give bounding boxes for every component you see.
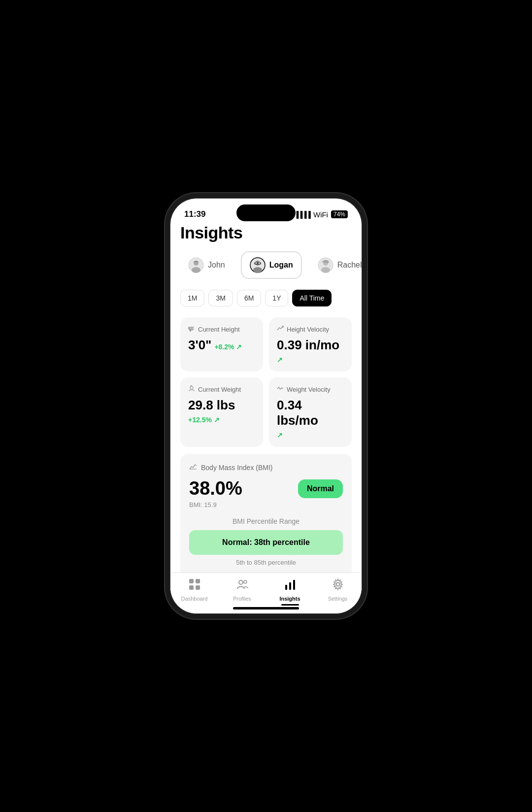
- profile-john-label: John: [208, 261, 225, 270]
- metrics-grid: Current Height 3'0" +8.2% ↗: [180, 317, 352, 447]
- height-value: 3'0" +8.2% ↗: [188, 338, 255, 353]
- normal-badge: Normal: [298, 479, 343, 498]
- percentile-title: BMI Percentile Range: [189, 517, 343, 525]
- filter-all-time[interactable]: All Time: [292, 290, 332, 306]
- svg-point-5: [253, 267, 262, 273]
- signal-icon: ▐▐▐▐: [294, 211, 310, 218]
- battery-icon: 74%: [331, 210, 348, 218]
- svg-point-11: [321, 267, 330, 273]
- tab-settings[interactable]: Settings: [323, 578, 353, 602]
- height-velocity-value: 0.39 in/mo ↗: [277, 338, 344, 364]
- weight-velocity-arrow: ↗: [277, 431, 283, 439]
- svg-rect-27: [289, 582, 291, 590]
- height-velocity-label: Height Velocity: [277, 325, 344, 334]
- home-indicator: [233, 607, 299, 609]
- insights-icon: [284, 578, 297, 594]
- phone-shell: 11:39 ▐▐▐▐ WiFi 74% Insights: [170, 198, 362, 614]
- profile-selector: John Logan: [180, 251, 352, 279]
- dynamic-island: [236, 204, 296, 221]
- bmi-main-row: 38.0% Normal: [189, 478, 343, 499]
- bmi-icon: [189, 463, 197, 472]
- svg-point-25: [244, 580, 247, 583]
- height-velocity-arrow: ↗: [277, 356, 283, 364]
- wifi-icon: WiFi: [313, 210, 328, 219]
- weight-icon: [188, 385, 195, 394]
- svg-point-7: [255, 263, 257, 264]
- status-time: 11:39: [184, 209, 205, 219]
- filter-1m[interactable]: 1M: [180, 290, 204, 306]
- profile-logan[interactable]: Logan: [241, 251, 302, 279]
- bmi-card: Body Mass Index (BMI) 38.0% Normal BMI: …: [180, 454, 352, 573]
- svg-rect-21: [196, 579, 200, 583]
- svg-rect-26: [285, 585, 287, 590]
- status-icons: ▐▐▐▐ WiFi 74%: [294, 210, 348, 219]
- svg-point-24: [239, 580, 243, 584]
- time-filter: 1M 3M 6M 1Y All Time: [180, 290, 352, 306]
- bmi-label: Body Mass Index (BMI): [189, 463, 343, 472]
- avatar-rachel: [318, 257, 333, 273]
- height-velocity-icon: [277, 325, 284, 334]
- svg-rect-22: [189, 585, 194, 590]
- height-icon: [188, 325, 195, 334]
- weight-velocity-value: 0.34 lbs/mo ↗: [277, 398, 344, 439]
- weight-value: 29.8 lbs +12.5% ↗: [188, 398, 255, 424]
- profile-john[interactable]: John: [180, 252, 233, 278]
- profiles-icon: [236, 578, 249, 594]
- svg-rect-23: [196, 585, 200, 590]
- tab-insights[interactable]: Insights: [275, 578, 305, 602]
- tab-profiles[interactable]: Profiles: [228, 578, 257, 602]
- profile-rachel-label: Rachel: [337, 261, 362, 270]
- percentile-range: 5th to 85th percentile: [189, 559, 343, 566]
- filter-1y[interactable]: 1Y: [265, 290, 288, 306]
- tab-insights-label: Insights: [279, 596, 300, 602]
- weight-velocity-icon: [277, 385, 284, 394]
- svg-point-8: [258, 263, 260, 264]
- tab-settings-label: Settings: [328, 596, 348, 602]
- weight-change: +12.5% ↗: [188, 416, 220, 424]
- tab-profiles-label: Profiles: [233, 596, 251, 602]
- screen-content: Insights John: [170, 223, 362, 573]
- page-title: Insights: [180, 223, 352, 242]
- svg-point-29: [336, 583, 339, 586]
- svg-point-17: [190, 386, 193, 389]
- percentile-section: BMI Percentile Range Normal: 38th percen…: [189, 517, 343, 573]
- metric-card-weight: Current Weight 29.8 lbs +12.5% ↗: [180, 377, 263, 447]
- filter-3m[interactable]: 3M: [208, 290, 233, 306]
- avatar-logan: [250, 257, 266, 273]
- profile-rachel[interactable]: Rachel: [310, 252, 362, 278]
- tab-dashboard[interactable]: Dashboard: [180, 578, 209, 602]
- bmi-percentage: 38.0%: [189, 478, 242, 499]
- metric-card-weight-velocity: Weight Velocity 0.34 lbs/mo ↗: [269, 377, 352, 447]
- tab-dashboard-label: Dashboard: [181, 596, 208, 602]
- percentile-bar: Normal: 38th percentile: [189, 530, 343, 555]
- metric-card-height-velocity: Height Velocity 0.39 in/mo ↗: [269, 317, 352, 372]
- weight-velocity-label: Weight Velocity: [277, 385, 344, 394]
- settings-icon: [332, 578, 344, 594]
- metric-card-height: Current Height 3'0" +8.2% ↗: [180, 317, 263, 372]
- active-tab-indicator: [281, 604, 299, 606]
- bmi-subtitle: BMI: 15.9: [189, 501, 343, 508]
- height-change: +8.2% ↗: [214, 343, 242, 351]
- avatar-john: [188, 257, 204, 273]
- svg-point-2: [192, 267, 200, 273]
- dashboard-icon: [188, 578, 201, 594]
- filter-6m[interactable]: 6M: [237, 290, 261, 306]
- svg-rect-20: [189, 579, 194, 583]
- profile-logan-label: Logan: [269, 261, 293, 270]
- weight-label: Current Weight: [188, 385, 255, 394]
- svg-rect-6: [254, 262, 261, 265]
- svg-rect-28: [293, 580, 295, 590]
- percentile-bar-text: Normal: 38th percentile: [222, 538, 310, 546]
- height-label: Current Height: [188, 325, 255, 334]
